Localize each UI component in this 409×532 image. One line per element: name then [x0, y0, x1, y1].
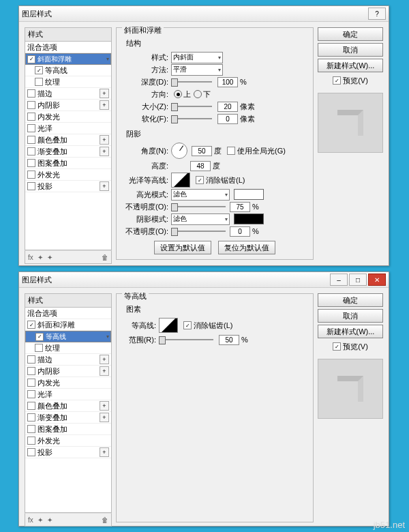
style-checkbox[interactable] — [27, 171, 35, 179]
style-checkbox[interactable] — [35, 78, 43, 86]
blend-options-row[interactable]: 混合选项 — [25, 308, 111, 319]
style-row[interactable]: 描边+ — [25, 354, 111, 366]
close-button[interactable]: ✕ — [368, 274, 386, 286]
add-icon[interactable]: + — [100, 135, 109, 145]
altitude-input[interactable]: 48 — [190, 161, 211, 171]
global-light-checkbox[interactable] — [227, 147, 235, 155]
cancel-button[interactable]: 取消 — [318, 43, 383, 57]
style-row[interactable]: 等高线 — [25, 331, 111, 342]
add-icon[interactable]: + — [100, 401, 109, 411]
blend-options-row[interactable]: 混合选项 — [25, 42, 111, 53]
maximize-button[interactable]: □ — [349, 274, 367, 286]
shadow-opacity-input[interactable]: 0 — [230, 226, 250, 237]
highlight-color-swatch[interactable] — [234, 189, 264, 200]
style-row[interactable]: 外发光 — [25, 169, 111, 181]
style-checkbox[interactable] — [27, 159, 35, 167]
dir-up-radio[interactable] — [174, 90, 182, 98]
style-checkbox[interactable] — [27, 101, 35, 109]
trash-icon[interactable]: 🗑 — [102, 516, 108, 524]
gloss-contour-picker[interactable] — [171, 173, 190, 188]
help-button[interactable]: ? — [368, 8, 386, 20]
depth-input[interactable]: 100 — [217, 77, 238, 87]
style-row[interactable]: 渐变叠加+ — [25, 412, 111, 424]
style-checkbox[interactable] — [27, 89, 35, 98]
preview-checkbox[interactable] — [333, 342, 341, 351]
style-row[interactable]: 图案叠加 — [25, 158, 111, 169]
add-icon[interactable]: + — [100, 447, 109, 457]
reset-default-button[interactable]: 复位为默认值 — [218, 241, 275, 254]
style-row[interactable]: 颜色叠加+ — [25, 134, 111, 146]
highlight-opacity-input[interactable]: 75 — [230, 202, 250, 212]
style-row[interactable]: 外发光 — [25, 435, 111, 447]
style-checkbox[interactable] — [27, 437, 35, 445]
style-checkbox[interactable] — [27, 413, 35, 422]
set-default-button[interactable]: 设置为默认值 — [154, 241, 211, 254]
style-checkbox[interactable] — [27, 367, 35, 375]
style-row[interactable]: 光泽 — [25, 389, 111, 400]
style-row[interactable]: 渐变叠加+ — [25, 146, 111, 158]
style-checkbox[interactable] — [27, 182, 35, 190]
style-checkbox[interactable] — [27, 425, 35, 433]
style-checkbox[interactable] — [27, 55, 35, 63]
antialias-checkbox[interactable] — [196, 176, 204, 184]
style-row[interactable]: 内发光 — [25, 377, 111, 389]
highlight-opacity-slider[interactable] — [171, 206, 226, 207]
dir-down-radio[interactable] — [194, 90, 202, 98]
depth-slider[interactable] — [171, 81, 212, 83]
minimize-button[interactable]: – — [330, 274, 348, 286]
add-icon[interactable]: + — [100, 100, 109, 110]
style-row[interactable]: 斜面和浮雕 — [25, 319, 111, 331]
style-checkbox[interactable] — [27, 390, 35, 398]
style-row[interactable]: 图案叠加 — [25, 424, 111, 435]
style-row[interactable]: 内阴影+ — [25, 100, 111, 111]
range-slider[interactable] — [159, 339, 213, 340]
preview-checkbox[interactable] — [333, 76, 341, 85]
style-checkbox[interactable] — [27, 448, 35, 456]
method-select[interactable]: 平滑 — [171, 64, 223, 76]
antialias-checkbox[interactable] — [183, 321, 192, 329]
titlebar[interactable]: 图层样式 – □ ✕ — [19, 272, 389, 288]
add-icon[interactable]: + — [100, 89, 109, 98]
style-row[interactable]: 纹理 — [25, 342, 111, 354]
style-checkbox[interactable] — [27, 147, 35, 156]
style-row[interactable]: 斜面和浮雕 — [25, 53, 111, 65]
style-row[interactable]: 描边+ — [25, 88, 111, 100]
style-row[interactable]: 内阴影+ — [25, 366, 111, 377]
style-checkbox[interactable] — [27, 321, 35, 329]
range-input[interactable]: 50 — [219, 335, 239, 345]
style-checkbox[interactable] — [27, 124, 35, 132]
ok-button[interactable]: 确定 — [318, 27, 383, 41]
style-checkbox[interactable] — [27, 113, 35, 121]
style-select[interactable]: 内斜面 — [171, 52, 223, 63]
style-checkbox[interactable] — [35, 344, 43, 352]
style-checkbox[interactable] — [27, 379, 35, 387]
shadow-color-swatch[interactable] — [234, 213, 264, 224]
size-input[interactable]: 20 — [217, 102, 238, 112]
style-row[interactable]: 光泽 — [25, 123, 111, 134]
cancel-button[interactable]: 取消 — [318, 309, 383, 323]
style-row[interactable]: 等高线 — [25, 65, 111, 76]
add-icon[interactable]: + — [100, 366, 109, 376]
style-row[interactable]: 颜色叠加+ — [25, 400, 111, 412]
style-checkbox[interactable] — [35, 333, 44, 341]
style-row[interactable]: 投影+ — [25, 447, 111, 458]
ok-button[interactable]: 确定 — [318, 293, 383, 307]
style-row[interactable]: 内发光 — [25, 111, 111, 123]
style-checkbox[interactable] — [35, 66, 43, 74]
shadow-opacity-slider[interactable] — [171, 231, 226, 232]
angle-dial[interactable] — [171, 143, 187, 159]
style-checkbox[interactable] — [27, 136, 35, 144]
style-row[interactable]: 纹理 — [25, 76, 111, 88]
add-icon[interactable]: + — [100, 413, 109, 422]
new-style-button[interactable]: 新建样式(W)... — [318, 59, 383, 72]
style-row[interactable]: 投影+ — [25, 181, 111, 192]
titlebar[interactable]: 图层样式 ? — [19, 6, 389, 22]
angle-input[interactable]: 50 — [192, 146, 212, 156]
new-style-button[interactable]: 新建样式(W)... — [318, 325, 383, 338]
style-checkbox[interactable] — [27, 355, 35, 364]
add-icon[interactable]: + — [100, 147, 109, 156]
shadow-mode-select[interactable]: 滤色 — [171, 213, 230, 225]
contour-picker[interactable] — [159, 318, 178, 333]
add-icon[interactable]: + — [100, 355, 109, 364]
highlight-mode-select[interactable]: 滤色 — [171, 189, 230, 201]
